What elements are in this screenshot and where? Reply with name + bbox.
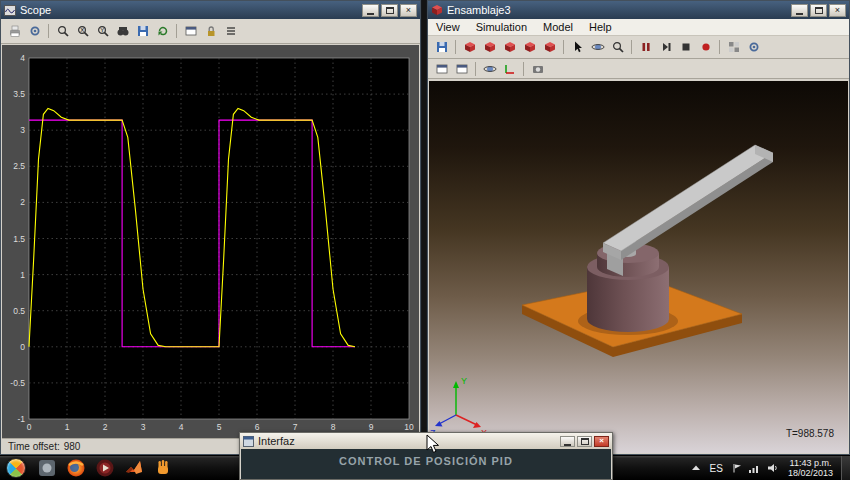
axes-icon[interactable] xyxy=(500,59,519,78)
scope-minimize-button[interactable] xyxy=(362,4,379,17)
taskbar-matlab-icon[interactable] xyxy=(121,458,146,479)
svg-text:2.5: 2.5 xyxy=(13,161,25,171)
scope-title: Scope xyxy=(20,4,362,16)
scope-close-button[interactable]: × xyxy=(400,4,417,17)
interfaz-titlebar[interactable]: Interfaz × xyxy=(240,433,612,449)
time-offset-label: Time offset: xyxy=(8,441,60,452)
cube-5-icon[interactable] xyxy=(540,38,559,57)
toolbar-separator xyxy=(523,62,524,76)
scope-titlebar[interactable]: Scope × xyxy=(1,1,420,19)
cube-3-icon[interactable] xyxy=(500,38,519,57)
scope-chart: 012345678910-1-0.500.511.522.533.54 xyxy=(2,45,421,439)
model-maximize-button[interactable] xyxy=(810,4,827,17)
desktop: Scope × XY 012345678910-1-0.500.511.522.… xyxy=(0,0,850,480)
menu-view[interactable]: View xyxy=(428,19,468,35)
interfaz-maximize-button[interactable] xyxy=(577,436,592,447)
stop-icon[interactable] xyxy=(676,38,695,57)
cube-4-icon[interactable] xyxy=(520,38,539,57)
system-tray: ES 11:43 p.m. 18/02/2013 xyxy=(687,456,850,480)
svg-text:3: 3 xyxy=(141,422,146,432)
scope-plot-area[interactable]: 012345678910-1-0.500.511.522.533.54 xyxy=(2,45,419,438)
cube-2-icon[interactable] xyxy=(480,38,499,57)
model-viewport[interactable]: YXZ T=988.578 xyxy=(429,81,848,453)
signal-selection-icon[interactable] xyxy=(221,22,240,41)
view-box2-icon[interactable] xyxy=(452,59,471,78)
layout-icon[interactable] xyxy=(744,38,763,57)
model-window: Ensamblaje3 × ViewSimulationModelHelp YX… xyxy=(427,0,850,455)
language-indicator[interactable]: ES xyxy=(705,463,728,474)
menu-help[interactable]: Help xyxy=(581,19,620,35)
menu-simulation[interactable]: Simulation xyxy=(468,19,535,35)
toolbar-separator xyxy=(631,40,632,54)
zoom-x-icon[interactable]: X xyxy=(73,22,92,41)
model-close-button[interactable]: × xyxy=(829,4,846,17)
svg-text:3.5: 3.5 xyxy=(13,89,25,99)
save-icon[interactable] xyxy=(432,38,451,57)
svg-text:6: 6 xyxy=(255,422,260,432)
svg-text:3: 3 xyxy=(20,125,25,135)
zoom-icon[interactable] xyxy=(608,38,627,57)
svg-text:2: 2 xyxy=(20,197,25,207)
chevron-up-icon[interactable] xyxy=(688,460,704,476)
scope-maximize-button[interactable] xyxy=(381,4,398,17)
start-button[interactable] xyxy=(6,458,26,478)
model-toolbar-row2 xyxy=(428,59,849,79)
view-box-icon[interactable] xyxy=(432,59,451,78)
svg-text:0: 0 xyxy=(20,342,25,352)
interfaz-window-icon xyxy=(243,436,254,447)
interfaz-content: CONTROL DE POSICIÓN PID xyxy=(241,449,611,479)
model-title: Ensamblaje3 xyxy=(447,4,791,16)
volume-icon[interactable] xyxy=(765,460,781,476)
taskbar-clock[interactable]: 11:43 p.m. 18/02/2013 xyxy=(782,458,841,478)
interfaz-window: Interfaz × CONTROL DE POSICIÓN PID xyxy=(239,432,613,480)
record-icon[interactable] xyxy=(696,38,715,57)
orbit-icon[interactable] xyxy=(588,38,607,57)
svg-text:5: 5 xyxy=(217,422,222,432)
model-toolbar-row1 xyxy=(428,36,849,59)
parameters-icon[interactable] xyxy=(25,22,44,41)
taskbar-app-generic-icon[interactable] xyxy=(34,458,59,479)
restore-axes-icon[interactable] xyxy=(153,22,172,41)
model-minimize-button[interactable] xyxy=(791,4,808,17)
toolbar-separator xyxy=(475,62,476,76)
orbit2-icon[interactable] xyxy=(480,59,499,78)
interfaz-minimize-button[interactable] xyxy=(560,436,575,447)
network-icon[interactable] xyxy=(747,460,763,476)
scope-window-icon xyxy=(4,5,16,16)
floating-scope-icon[interactable] xyxy=(181,22,200,41)
flag-icon[interactable] xyxy=(729,460,745,476)
svg-text:2: 2 xyxy=(103,422,108,432)
minimize-icon xyxy=(367,13,374,15)
clock-date: 18/02/2013 xyxy=(788,468,833,478)
maximize-icon xyxy=(581,438,589,445)
camera-icon[interactable] xyxy=(528,59,547,78)
svg-text:1: 1 xyxy=(20,270,25,280)
cube-1-icon[interactable] xyxy=(460,38,479,57)
taskbar-browser-icon[interactable] xyxy=(63,458,88,479)
svg-text:7: 7 xyxy=(293,422,298,432)
model-titlebar[interactable]: Ensamblaje3 × xyxy=(428,1,849,19)
lock-axes-icon[interactable] xyxy=(201,22,220,41)
save-axes-icon[interactable] xyxy=(133,22,152,41)
zoom-icon[interactable] xyxy=(53,22,72,41)
select-icon[interactable] xyxy=(568,38,587,57)
autoscale-icon[interactable] xyxy=(113,22,132,41)
taskbar-hand-tool-icon[interactable] xyxy=(150,458,175,479)
clock-time: 11:43 p.m. xyxy=(788,458,833,468)
menu-model[interactable]: Model xyxy=(535,19,581,35)
time-offset-value: 980 xyxy=(64,441,81,452)
show-desktop-button[interactable] xyxy=(841,456,850,480)
interfaz-close-button[interactable]: × xyxy=(594,436,609,447)
pause-icon[interactable] xyxy=(636,38,655,57)
model-menubar: ViewSimulationModelHelp xyxy=(428,19,849,36)
scope-window: Scope × XY 012345678910-1-0.500.511.522.… xyxy=(0,0,421,455)
svg-text:4: 4 xyxy=(179,422,184,432)
zoom-y-icon[interactable]: Y xyxy=(93,22,112,41)
print-icon[interactable] xyxy=(5,22,24,41)
toolbar-separator xyxy=(719,40,720,54)
model-window-icon xyxy=(431,4,443,16)
grid-icon[interactable] xyxy=(724,38,743,57)
taskbar-media-app-icon[interactable] xyxy=(92,458,117,479)
toolbar-separator xyxy=(48,24,49,38)
step-icon[interactable] xyxy=(656,38,675,57)
